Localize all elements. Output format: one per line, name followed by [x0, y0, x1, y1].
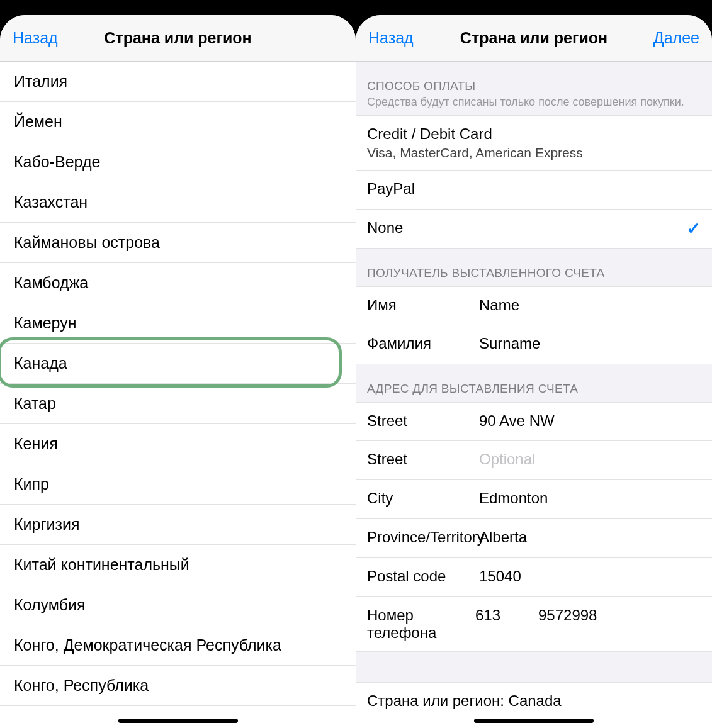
field-value[interactable]: Name [479, 296, 701, 314]
country-item[interactable]: Кабо-Верде [0, 142, 356, 182]
country-item[interactable]: Каймановы острова [0, 223, 356, 263]
field-label: Street [367, 412, 479, 430]
field-value[interactable]: Surname [479, 335, 701, 352]
payment-section-subtitle: Средства будут списаны только после сове… [367, 96, 701, 109]
country-item[interactable]: Конго, Республика [0, 666, 356, 706]
address-field-row[interactable]: StreetOptional [356, 441, 712, 480]
name-field-row[interactable]: ФамилияSurname [356, 325, 712, 364]
nav-bar: Назад Страна или регион Далее [356, 15, 712, 62]
check-icon: ✓ [687, 219, 701, 238]
billing-name-header: ПОЛУЧАТЕЛЬ ВЫСТАВЛЕННОГО СЧЕТА [356, 249, 712, 286]
phone-number[interactable]: 9572998 [529, 607, 597, 624]
payment-section-header: СПОСОБ ОПЛАТЫ Средства будут списаны тол… [356, 62, 712, 115]
payment-option[interactable]: None✓ [356, 210, 712, 249]
payment-option-sub: Visa, MasterCard, American Express [367, 145, 583, 160]
back-button[interactable]: Назад [368, 29, 414, 47]
country-item[interactable]: Камерун [0, 303, 356, 344]
field-label: Province/Territory [367, 529, 479, 546]
home-indicator[interactable] [474, 719, 594, 723]
country-item[interactable]: Камбоджа [0, 263, 356, 303]
country-item[interactable]: Китай континентальный [0, 545, 356, 585]
field-label: Имя [367, 296, 479, 314]
field-label: Street [367, 451, 479, 468]
field-value[interactable]: 15040 [479, 568, 701, 585]
back-button[interactable]: Назад [13, 29, 58, 47]
field-value[interactable]: Edmonton [479, 490, 701, 507]
country-item[interactable]: Конго, Демократическая Республика [0, 625, 356, 666]
country-item[interactable]: Италия [0, 62, 356, 102]
country-item[interactable]: Колумбия [0, 585, 356, 625]
next-button[interactable]: Далее [653, 29, 699, 47]
payment-option[interactable]: PayPal [356, 171, 712, 210]
country-summary-row[interactable]: Страна или регион: Canada [356, 682, 712, 710]
nav-bar: Назад Страна или регион [0, 15, 356, 62]
address-field-row[interactable]: Province/TerritoryAlberta [356, 519, 712, 558]
payment-option-label: Credit / Debit Card [367, 125, 492, 143]
address-field-row[interactable]: CityEdmonton [356, 480, 712, 519]
phone-row[interactable]: Номер телефона 613 9572998 [356, 597, 712, 652]
field-label: Фамилия [367, 335, 479, 352]
country-item[interactable]: Йемен [0, 102, 356, 142]
payment-option-label: None [367, 219, 403, 237]
country-list[interactable]: ИталияЙеменКабо-ВердеКазахстанКаймановы … [0, 62, 356, 706]
country-item[interactable]: Катар [0, 384, 356, 424]
billing-address-header: АДРЕС ДЛЯ ВЫСТАВЛЕНИЯ СЧЕТА [356, 364, 712, 402]
payment-option-label: PayPal [367, 180, 415, 198]
field-label: Postal code [367, 568, 479, 585]
field-value[interactable]: 90 Ave NW [479, 412, 701, 430]
field-value[interactable]: Optional [479, 451, 701, 468]
country-item[interactable]: Кения [0, 424, 356, 464]
section-gap [356, 652, 712, 682]
address-field-row[interactable]: Street90 Ave NW [356, 402, 712, 441]
field-value[interactable]: Alberta [479, 529, 701, 546]
address-field-row[interactable]: Postal code15040 [356, 558, 712, 597]
field-label: City [367, 490, 479, 507]
country-item[interactable]: Казахстан [0, 182, 356, 223]
payment-form-screen: Назад Страна или регион Далее СПОСОБ ОПЛ… [356, 15, 712, 728]
country-item[interactable]: Кипр [0, 464, 356, 505]
country-list-screen: Назад Страна или регион ИталияЙеменКабо-… [0, 15, 356, 728]
home-indicator[interactable] [118, 719, 238, 723]
country-item[interactable]: Киргизия [0, 505, 356, 545]
phone-value[interactable]: 613 9572998 [475, 607, 701, 624]
payment-option[interactable]: Credit / Debit CardVisa, MasterCard, Ame… [356, 115, 712, 171]
name-field-row[interactable]: ИмяName [356, 286, 712, 325]
phone-label: Номер телефона [367, 607, 475, 642]
phone-code[interactable]: 613 [475, 607, 529, 624]
country-item[interactable]: Канада [0, 344, 356, 384]
payment-section-title: СПОСОБ ОПЛАТЫ [367, 79, 701, 93]
